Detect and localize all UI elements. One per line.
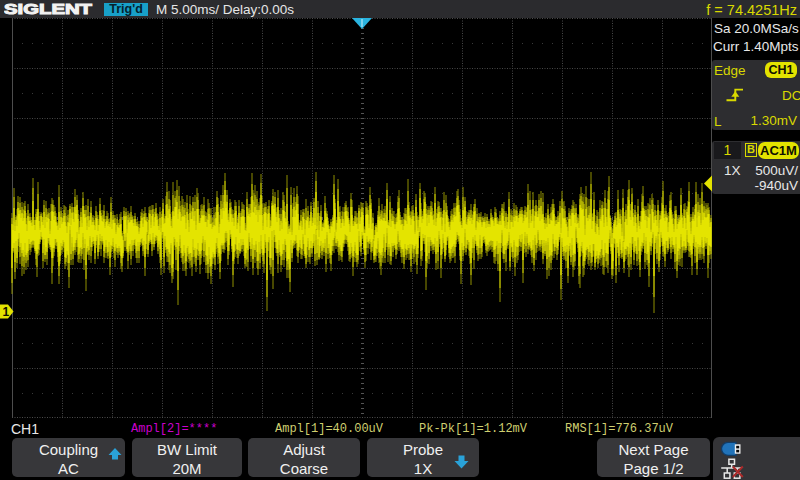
svg-text:1: 1: [3, 305, 10, 319]
svg-text:SIGLENT: SIGLENT: [4, 1, 92, 17]
